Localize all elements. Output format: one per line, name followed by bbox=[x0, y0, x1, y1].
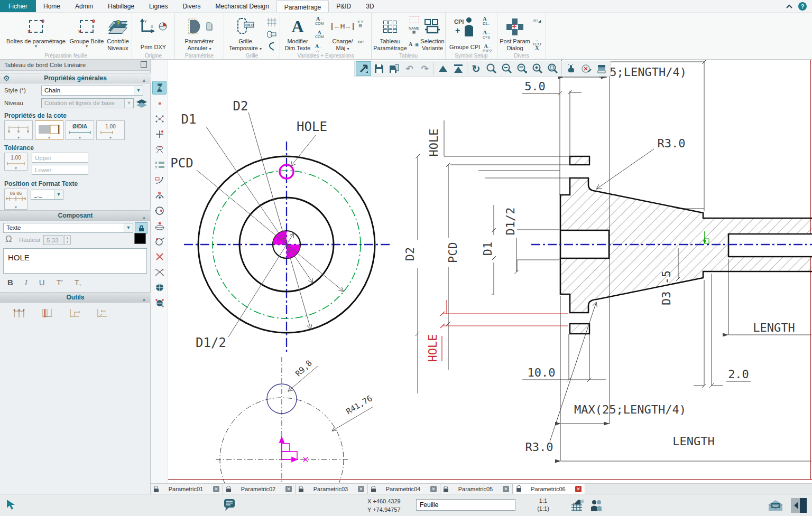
symbol-view[interactable]: R9,8 R41,76 bbox=[216, 357, 374, 494]
dim-diameter-button[interactable]: Ø/DIA ▾ bbox=[66, 120, 94, 140]
bold-button[interactable]: B bbox=[7, 278, 13, 287]
dim-label-r3-top[interactable]: R3.0 bbox=[658, 137, 686, 150]
hauteur-stepper[interactable]: ▴▾ bbox=[64, 235, 71, 245]
dim-lasso-tool-icon[interactable] bbox=[152, 234, 167, 248]
help-icon[interactable]: ? bbox=[798, 2, 807, 11]
dim-label-2[interactable]: 2.0 bbox=[728, 368, 749, 381]
dim-cone-tool-icon[interactable] bbox=[152, 143, 167, 156]
tab-parametric05[interactable]: Parametric05 ✕ bbox=[440, 484, 513, 494]
xy-page-icon[interactable]: X Y▤ bbox=[357, 20, 363, 27]
superscript-button[interactable]: T′ bbox=[57, 278, 63, 287]
close-tab-icon[interactable]: ✕ bbox=[430, 486, 437, 492]
tab-parametric03[interactable]: Parametric03 ✕ bbox=[296, 484, 368, 494]
close-tab-icon[interactable]: ✕ bbox=[358, 486, 364, 492]
a-cs-icon[interactable]: A⋯C=S bbox=[483, 31, 490, 39]
scale-ruler-button[interactable] bbox=[594, 61, 609, 76]
measure-circle-button[interactable] bbox=[578, 61, 594, 76]
tool-dim-step2-icon[interactable] bbox=[95, 307, 109, 320]
menu-lignes[interactable]: Lignes bbox=[142, 0, 175, 12]
dim-label-5[interactable]: 5.0 bbox=[524, 80, 546, 93]
tableau-parametrage-button[interactable]: TableauParamétrage bbox=[373, 16, 408, 52]
text-format-select[interactable]: _._▼ bbox=[31, 190, 63, 200]
tab-parametric04[interactable]: Parametric04 ✕ bbox=[368, 484, 440, 494]
menu-pid[interactable]: P&ID bbox=[329, 0, 358, 12]
modifier-dim-texte-button[interactable]: A ModifierDim.Texte bbox=[281, 16, 314, 52]
groupe-boite-button[interactable]: xo Groupe Boite▾ bbox=[69, 16, 105, 48]
drawing-canvas[interactable]: D1 D2 PCD HOLE D1/2 bbox=[168, 60, 812, 494]
dim-dome-tool-icon[interactable] bbox=[152, 219, 167, 233]
dim-label-length-right[interactable]: LENGTH bbox=[753, 321, 795, 334]
collapse-icon[interactable]: ▲ bbox=[142, 76, 146, 86]
dim-label-hole-red[interactable]: HOLE bbox=[426, 334, 439, 362]
refresh-button[interactable]: ↻ bbox=[468, 61, 484, 76]
underline-button[interactable]: U bbox=[39, 278, 45, 287]
dim-fill-style-button[interactable]: ▾ bbox=[35, 120, 63, 140]
outils-section-header[interactable]: Outils▲ bbox=[0, 292, 151, 303]
dim-xy-table-tool-icon[interactable]: XY bbox=[152, 158, 167, 172]
menu-mechanical-design[interactable]: Mechanical Design bbox=[208, 0, 276, 12]
tolerance-upper-input[interactable] bbox=[32, 153, 88, 163]
collapse-icon[interactable]: ▲ bbox=[142, 213, 146, 223]
menu-admin[interactable]: Admin bbox=[68, 0, 100, 12]
composant-select[interactable]: Texte▼ bbox=[3, 223, 133, 233]
r-query-icon[interactable]: R?◢ bbox=[533, 19, 541, 23]
a-com2-icon[interactable]: ACOM bbox=[315, 31, 324, 39]
dim-label-d1-2[interactable]: D1/2 bbox=[196, 335, 226, 350]
sheet-name-input[interactable] bbox=[416, 499, 515, 511]
menu-divers[interactable]: Divers bbox=[175, 0, 208, 12]
redo-button[interactable]: ↷ bbox=[417, 61, 432, 76]
dashed-box-small-icon[interactable] bbox=[410, 16, 419, 23]
x-query-icon[interactable]: X=? bbox=[357, 40, 364, 44]
a-table-icon[interactable]: A⋯▦ bbox=[409, 42, 419, 47]
dim-curve-tool-icon[interactable] bbox=[152, 173, 167, 187]
grid-old-small-icon[interactable] bbox=[266, 30, 277, 40]
zoom-in-button[interactable] bbox=[484, 61, 499, 76]
tab-parametric02[interactable]: Parametric02 ✕ bbox=[223, 484, 296, 494]
dim-label-hole-top[interactable]: HOLE bbox=[427, 129, 440, 157]
close-tab-icon[interactable]: ✕ bbox=[503, 486, 509, 492]
collapse-panel-icon[interactable] bbox=[791, 498, 807, 513]
parametrer-annuler-button[interactable]: Paramétrer Annuler ▾ bbox=[178, 16, 220, 52]
hauteur-input[interactable] bbox=[43, 235, 63, 245]
boites-parametrage-button[interactable]: xo Boîtes de paramétrage▾ bbox=[4, 16, 68, 48]
dim-label-pcd-section[interactable]: PCD bbox=[446, 242, 459, 263]
mail-icon[interactable] bbox=[768, 499, 783, 512]
grille-temporaire-button[interactable]: OLD Grille Temporaire ▾ bbox=[226, 16, 264, 52]
globe-points-tool-icon[interactable] bbox=[152, 296, 167, 309]
tool-dim-step1-icon[interactable] bbox=[68, 307, 81, 320]
composant-section-header[interactable]: Composant▲ bbox=[0, 210, 151, 221]
dim-label-length-bottom[interactable]: LENGTH bbox=[672, 435, 714, 448]
lock-button[interactable] bbox=[135, 222, 147, 234]
a-com-icon[interactable]: A⋯COM bbox=[315, 17, 324, 25]
dim-label-r4176[interactable]: R41,76 bbox=[345, 393, 374, 416]
menu-fichier[interactable]: Fichier bbox=[0, 0, 36, 12]
prim-dxy-button[interactable]: YX Prim DXY bbox=[135, 16, 172, 51]
zoom-named-button[interactable] bbox=[514, 61, 530, 76]
dim-crosshair-tool-icon[interactable] bbox=[152, 127, 167, 141]
dim-label-d1[interactable]: D1 bbox=[181, 112, 197, 127]
move-top-button[interactable] bbox=[450, 61, 466, 76]
component-text-input[interactable]: HOLE bbox=[3, 248, 147, 274]
post-param-dialog-button[interactable]: + Post ParamDialog bbox=[499, 16, 531, 52]
omega-icon[interactable]: Ω bbox=[5, 234, 12, 245]
dim-point-tool-icon[interactable] bbox=[152, 97, 167, 110]
name-table-icon[interactable]: NAME▦ bbox=[409, 26, 419, 34]
close-tab-icon[interactable]: ✕ bbox=[285, 486, 292, 492]
save-button[interactable] bbox=[371, 61, 386, 76]
pan-hand-button[interactable] bbox=[563, 61, 578, 76]
close-tab-icon[interactable]: ✕ bbox=[213, 486, 219, 492]
tool-dim-baseline-icon[interactable] bbox=[40, 307, 54, 320]
scale-indicator[interactable]: 1:1 (1:1) bbox=[531, 497, 555, 513]
collapse-icon[interactable]: ▲ bbox=[142, 295, 146, 305]
move-up-button[interactable] bbox=[435, 61, 450, 76]
text-color-swatch[interactable] bbox=[134, 233, 146, 244]
tab-parametric01[interactable]: Parametric01 ✕ bbox=[151, 484, 223, 494]
grid-small-icon[interactable] bbox=[266, 17, 277, 29]
dim-label-r98[interactable]: R9,8 bbox=[293, 358, 313, 378]
a-dim-icon[interactable]: A⋯⌐⌐ bbox=[315, 44, 321, 53]
a-p1p2-icon[interactable]: A⋯P1P2 bbox=[483, 44, 492, 53]
menu-3d[interactable]: 3D bbox=[358, 0, 381, 12]
text-position-button[interactable]: 86 86 ▾ bbox=[4, 189, 27, 210]
text-x-icon[interactable]: ⋯TEXTX bbox=[532, 38, 542, 50]
menu-home[interactable]: Home bbox=[36, 0, 68, 12]
